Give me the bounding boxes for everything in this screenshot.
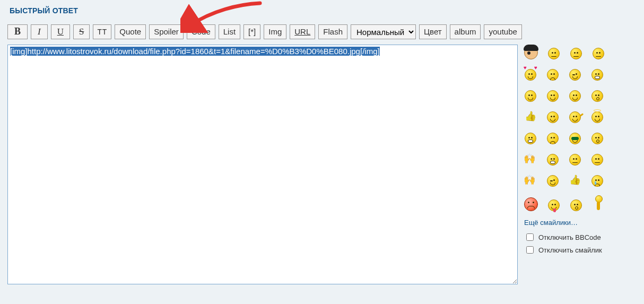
smiley-wink[interactable]	[569, 68, 581, 81]
smiley-whistle[interactable]	[591, 132, 604, 144]
smiley-confused[interactable]	[546, 68, 559, 81]
bbcode-toolbar: B I U S TT Quote Spoiler Code List [*] I…	[7, 24, 637, 39]
smiley-smirk[interactable]	[569, 89, 581, 102]
smiley-wave[interactable]	[569, 110, 581, 123]
smiley-glance[interactable]	[546, 110, 559, 123]
smiley-unsure[interactable]	[591, 153, 604, 166]
bbcode-code-button[interactable]: Code	[187, 24, 215, 39]
smiley-hands[interactable]	[524, 153, 537, 166]
smiley-shy[interactable]	[524, 89, 537, 102]
smiley-wary[interactable]	[569, 153, 581, 166]
panel-title: БЫСТРЫЙ ОТВЕТ	[10, 6, 637, 15]
option-disable-bbcode[interactable]: Отключить BBCode	[524, 232, 637, 242]
smiley-red-angry[interactable]	[524, 197, 538, 211]
smiley-dance[interactable]	[592, 195, 605, 211]
smiley-cry[interactable]	[591, 174, 604, 187]
smiley-laugh[interactable]	[524, 132, 537, 144]
bbcode-flash-button[interactable]: Flash	[318, 24, 347, 39]
bbcode-list-button[interactable]: List	[219, 24, 240, 39]
smiley-teeth[interactable]	[591, 68, 604, 81]
smiley-hearts[interactable]	[524, 68, 537, 81]
bbcode-color-button[interactable]: Цвет	[419, 24, 447, 39]
bbcode-spoiler-button[interactable]: Spoiler	[149, 24, 184, 39]
bbcode-strike-button[interactable]: S	[73, 24, 90, 39]
bbcode-album-button[interactable]: album	[450, 24, 481, 39]
bbcode-url-button[interactable]: URL	[290, 24, 315, 39]
bbcode-quote-button[interactable]: Quote	[115, 24, 146, 39]
bbcode-italic-button[interactable]: I	[31, 24, 48, 39]
smiley-palette	[524, 46, 625, 211]
bbcode-underline-button[interactable]: U	[51, 24, 70, 39]
smiley-tongue[interactable]	[547, 198, 560, 211]
more-smileys-link[interactable]: Ещё смайлики…	[524, 219, 637, 227]
smiley-tired[interactable]	[547, 47, 560, 59]
smiley-meh[interactable]	[570, 47, 582, 59]
message-textarea[interactable]	[7, 45, 518, 284]
smiley-pirate[interactable]	[524, 46, 538, 59]
disable-bbcode-label: Отключить BBCode	[538, 233, 601, 241]
smiley-sleepy[interactable]	[592, 47, 605, 59]
disable-smileys-label: Отключить смайлик	[538, 246, 602, 254]
smiley-yell[interactable]	[570, 198, 582, 211]
smiley-halo[interactable]	[591, 110, 604, 123]
smiley-grin-wide[interactable]	[546, 153, 559, 166]
smiley-clap[interactable]	[524, 174, 537, 187]
disable-smileys-checkbox[interactable]	[526, 246, 534, 254]
bbcode-youtube-button[interactable]: youtube	[484, 24, 521, 39]
disable-bbcode-checkbox[interactable]	[526, 233, 534, 241]
bbcode-list-item-button[interactable]: [*]	[243, 24, 260, 39]
smiley-surprised[interactable]	[591, 89, 604, 102]
smiley-thumbs-up[interactable]	[524, 110, 537, 123]
option-disable-smileys[interactable]: Отключить смайлик	[524, 245, 637, 255]
bbcode-tt-button[interactable]: TT	[93, 24, 111, 39]
smiley-thumb2[interactable]	[569, 174, 581, 187]
bbcode-bold-button[interactable]: B	[7, 24, 28, 39]
bbcode-font-size-select[interactable]: Нормальный	[351, 24, 416, 39]
bbcode-img-button[interactable]: Img	[264, 24, 286, 39]
smiley-frown[interactable]	[546, 132, 559, 144]
smiley-wink2[interactable]	[546, 174, 559, 187]
smiley-happy[interactable]	[546, 89, 559, 102]
smiley-cool[interactable]	[569, 132, 581, 144]
